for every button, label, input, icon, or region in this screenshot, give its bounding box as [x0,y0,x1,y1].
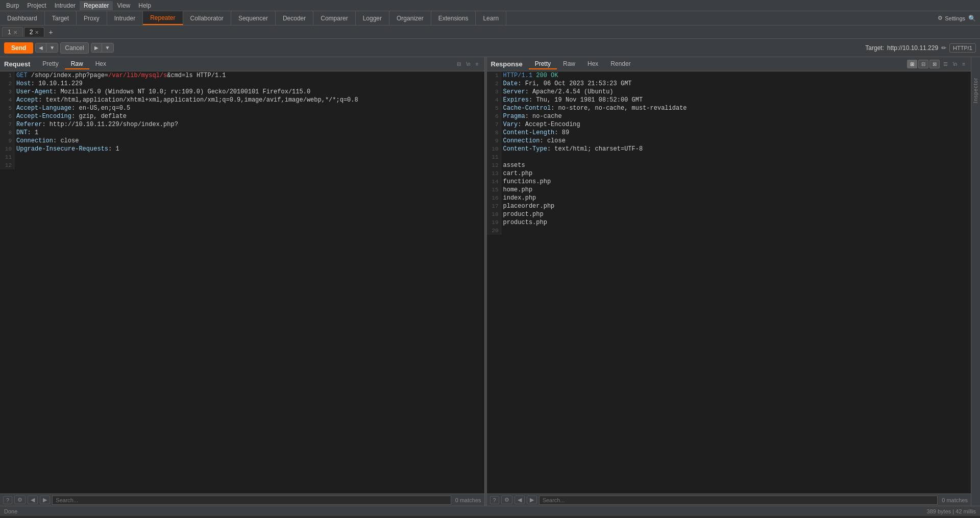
request-settings-btn[interactable]: ⚙ [14,496,26,504]
nav-prev-btn[interactable]: ◀ [36,43,46,52]
nav-prev-alt-btn[interactable]: ▼ [46,43,58,52]
response-line-5: 5 Cache-Control: no-store, no-cache, mus… [487,104,971,112]
target-url: http://10.10.11.229 [887,44,938,52]
repeater-tab-1-close[interactable]: ✕ [13,30,17,35]
response-title: Response [491,60,523,68]
tab-comparer[interactable]: Comparer [313,11,355,25]
menu-view[interactable]: View [113,1,134,10]
settings-button[interactable]: ⚙ Settings [938,15,965,21]
request-editor[interactable]: 1 GET /shop/index.php?page=/var/lib/mysq… [0,71,484,494]
tab-organizer[interactable]: Organizer [389,11,431,25]
request-panel: Request Pretty Raw Hex ⊟ \n ≡ 1 GET /sho… [0,57,485,506]
response-tab-raw[interactable]: Raw [557,59,581,69]
response-tab-render[interactable]: Render [604,59,636,69]
response-line-3: 3 Server: Apache/2.4.54 (Ubuntu) [487,88,971,96]
request-line-6: 6 Accept-Encoding: gzip, deflate [0,112,484,120]
response-editor[interactable]: 1 HTTP/1.1 200 OK 2 Date: Fri, 06 Oct 20… [487,71,971,494]
menu-intruder[interactable]: Intruder [51,1,80,10]
response-search-input[interactable] [539,496,938,505]
response-line-17: 17 placeorder.php [487,202,971,210]
tab-decoder[interactable]: Decoder [276,11,313,25]
response-tab-hex[interactable]: Hex [581,59,604,69]
inspector-label[interactable]: Inspector [973,78,978,103]
repeater-tab-1[interactable]: 1 ✕ [2,27,23,37]
add-repeater-tab[interactable]: + [45,27,56,37]
request-search-next-btn[interactable]: ▶ [40,496,50,504]
toolbar: Send ◀ ▼ Cancel ▶ ▼ Target: http://10.10… [0,39,980,57]
response-line-9: 9 Connection: close [487,137,971,145]
request-search-input[interactable] [52,496,451,505]
nav-group: ◀ ▼ [35,43,58,53]
main-content: Request Pretty Raw Hex ⊟ \n ≡ 1 GET /sho… [0,57,980,506]
response-view-full[interactable]: ⊠ [929,60,940,68]
response-line-8: 8 Content-Length: 89 [487,129,971,137]
response-line-7: 7 Vary: Accept-Encoding [487,120,971,129]
request-menu-icon[interactable]: ≡ [474,61,480,67]
response-help-btn[interactable]: ? [490,496,499,504]
edit-target-icon[interactable]: ✏ [941,44,946,52]
request-tab-pretty[interactable]: Pretty [36,59,64,69]
top-tabs: Dashboard Target Proxy Intruder Repeater… [0,11,980,26]
nav-next-alt-btn[interactable]: ▼ [102,43,113,52]
response-list-view-icon[interactable]: ☰ [942,61,949,67]
send-button[interactable]: Send [4,42,33,54]
response-tab-pretty[interactable]: Pretty [529,59,557,69]
repeater-tab-2[interactable]: 2 ✕ [24,27,45,37]
request-line-1: 1 GET /shop/index.php?page=/var/lib/mysq… [0,71,484,80]
request-wrap-icon[interactable]: ⊟ [455,61,462,67]
response-view-split-h[interactable]: ⊞ [907,60,917,68]
request-tab-raw[interactable]: Raw [65,59,89,69]
request-line-9: 9 Connection: close [0,137,484,145]
status-right: 389 bytes | 42 millis [927,508,976,514]
menu-bar: Burp Project Intruder Repeater View Help [0,0,980,11]
response-view-split-v[interactable]: ⊟ [918,60,928,68]
gear-icon: ⚙ [938,15,943,21]
tab-target[interactable]: Target [45,11,77,25]
global-search-icon[interactable]: 🔍 [968,15,976,22]
tab-sequencer[interactable]: Sequencer [231,11,276,25]
request-line-8: 8 DNT: 1 [0,129,484,137]
tab-proxy[interactable]: Proxy [77,11,107,25]
response-editor-content: 1 HTTP/1.1 200 OK 2 Date: Fri, 06 Oct 20… [487,71,971,235]
response-search-prev-btn[interactable]: ◀ [514,496,525,504]
repeater-tab-2-close[interactable]: ✕ [35,30,39,35]
menu-burp[interactable]: Burp [2,1,23,10]
request-tab-hex[interactable]: Hex [89,59,112,69]
request-help-btn[interactable]: ? [3,496,12,504]
tab-learn[interactable]: Learn [476,11,506,25]
response-line-1: 1 HTTP/1.1 200 OK [487,71,971,80]
request-title: Request [4,60,30,68]
repeater-tab-1-label: 1 [8,29,11,36]
request-newline-icon[interactable]: \n [464,61,472,67]
response-settings-btn[interactable]: ⚙ [501,496,512,504]
tab-dashboard[interactable]: Dashboard [0,11,45,25]
request-line-3: 3 User-Agent: Mozilla/5.0 (Windows NT 10… [0,88,484,96]
request-line-4: 4 Accept: text/html,application/xhtml+xm… [0,96,484,104]
tab-collaborator[interactable]: Collaborator [183,11,231,25]
response-search-next-btn[interactable]: ▶ [527,496,537,504]
status-left: Done [4,508,17,514]
tab-logger[interactable]: Logger [356,11,389,25]
tab-extensions[interactable]: Extensions [431,11,476,25]
menu-project[interactable]: Project [23,1,50,10]
request-search-prev-btn[interactable]: ◀ [28,496,38,504]
menu-repeater[interactable]: Repeater [80,1,113,10]
request-editor-content: 1 GET /shop/index.php?page=/var/lib/mysq… [0,71,484,169]
request-bottom-bar: ? ⚙ ◀ ▶ 0 matches [0,494,484,506]
inspector-panel: Inspector [971,57,980,506]
menu-help[interactable]: Help [134,1,155,10]
response-line-2: 2 Date: Fri, 06 Oct 2023 21:53:23 GMT [487,80,971,88]
http-version[interactable]: HTTP/1 [949,43,976,53]
tab-intruder[interactable]: Intruder [107,11,143,25]
cancel-button[interactable]: Cancel [60,42,88,54]
response-view-buttons: ⊞ ⊟ ⊠ [907,60,940,68]
top-tabs-right: ⚙ Settings 🔍 [938,15,980,22]
request-tabs: Pretty Raw Hex [36,59,112,69]
status-bar: Done 389 bytes | 42 millis [0,506,980,516]
nav-next-btn[interactable]: ▶ [91,43,102,52]
tab-repeater[interactable]: Repeater [143,11,183,25]
response-menu-icon[interactable]: ≡ [961,61,967,67]
response-line-4: 4 Expires: Thu, 19 Nov 1981 08:52:00 GMT [487,96,971,104]
target-info: Target: http://10.10.11.229 ✏ HTTP/1 [865,43,976,53]
response-newline-icon[interactable]: \n [951,61,959,67]
